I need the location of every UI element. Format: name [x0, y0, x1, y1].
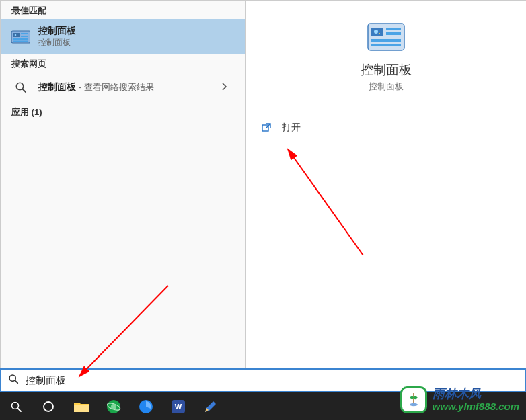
search-input-bar[interactable]	[0, 368, 526, 392]
results-left-column: 最佳匹配 控制面板 控制面板 搜索网页	[1, 1, 246, 368]
svg-text:W: W	[175, 403, 182, 411]
result-control-panel[interactable]: 控制面板 控制面板	[1, 19, 245, 54]
svg-point-11	[374, 30, 378, 34]
svg-rect-24	[74, 405, 89, 412]
control-panel-icon	[367, 21, 405, 53]
search-icon	[11, 78, 30, 97]
section-header-best-match: 最佳匹配	[1, 1, 245, 19]
web-result-suffix: - 查看网络搜索结果	[79, 81, 154, 93]
search-input[interactable]	[26, 375, 525, 386]
svg-line-20	[15, 380, 17, 383]
svg-rect-13	[386, 28, 401, 30]
svg-rect-17	[262, 125, 268, 131]
taskbar-search-icon[interactable]	[0, 392, 32, 420]
taskbar-cortana-icon[interactable]	[32, 392, 65, 420]
svg-point-12	[378, 33, 379, 34]
preview-title: 控制面板	[252, 61, 519, 79]
taskbar: W	[0, 392, 526, 420]
svg-rect-6	[13, 40, 28, 42]
result-subtitle: 控制面板	[38, 37, 234, 48]
svg-rect-16	[371, 44, 401, 46]
chevron-right-icon	[222, 83, 234, 93]
taskbar-pencil-icon[interactable]	[194, 392, 227, 420]
taskbar-file-explorer-icon[interactable]	[65, 392, 98, 420]
result-web-search[interactable]: 控制面板 - 查看网络搜索结果	[1, 73, 245, 102]
action-open-label: 打开	[282, 122, 301, 134]
taskbar-browser-blue-icon[interactable]	[130, 392, 162, 420]
section-header-apps: 应用 (1)	[1, 102, 245, 121]
taskbar-wps-icon[interactable]: W	[162, 392, 194, 420]
section-header-web: 搜索网页	[1, 54, 245, 73]
search-icon	[1, 374, 26, 387]
taskbar-browser-green-icon[interactable]	[98, 392, 130, 420]
control-panel-icon	[11, 28, 30, 46]
search-results-panel: 最佳匹配 控制面板 控制面板 搜索网页	[0, 0, 526, 368]
svg-rect-14	[386, 32, 401, 35]
svg-point-23	[44, 402, 53, 411]
svg-line-22	[18, 408, 22, 411]
preview-subtitle: 控制面板	[252, 81, 519, 93]
open-external-icon	[260, 122, 272, 134]
svg-line-8	[23, 89, 26, 93]
svg-rect-5	[13, 38, 28, 40]
svg-point-2	[15, 34, 17, 36]
svg-rect-15	[371, 39, 401, 42]
svg-rect-1	[13, 33, 20, 37]
result-title: 控制面板	[38, 25, 234, 37]
preview-pane: 控制面板 控制面板	[246, 1, 526, 112]
web-result-title: 控制面板	[38, 81, 76, 93]
svg-rect-4	[21, 36, 28, 37]
svg-point-27	[111, 404, 116, 409]
svg-rect-3	[21, 33, 28, 34]
action-open[interactable]: 打开	[246, 112, 526, 143]
results-right-column: 控制面板 控制面板 打开	[246, 1, 526, 368]
